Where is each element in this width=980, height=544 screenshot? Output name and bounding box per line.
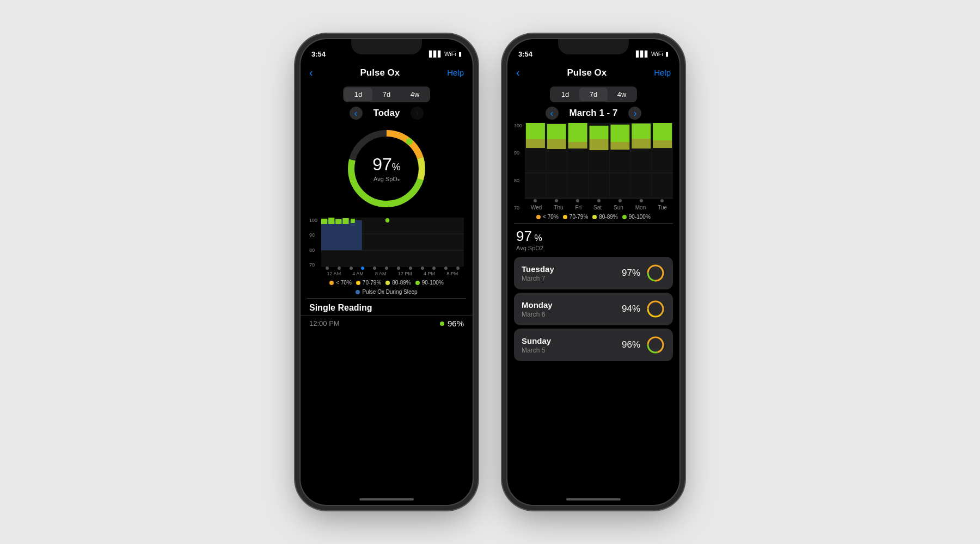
battery-icon: ▮ bbox=[458, 51, 462, 58]
notch-left bbox=[351, 39, 422, 54]
segment-1d-right[interactable]: 1d bbox=[551, 88, 579, 101]
legend-item-lt70: < 70% bbox=[329, 280, 352, 286]
day-pct-sunday: 96% bbox=[622, 339, 640, 350]
back-button-right[interactable]: ‹ bbox=[516, 66, 520, 79]
segment-control-left: 1d 7d 4w bbox=[343, 86, 430, 102]
label-sat: Sat bbox=[593, 205, 602, 211]
dot-tue bbox=[660, 199, 664, 202]
legend-item-sleep: Pulse Ox During Sleep bbox=[356, 289, 417, 295]
page-title-right: Pulse Ox bbox=[567, 67, 607, 78]
date-row-right: ‹ March 1 - 7 › bbox=[507, 107, 679, 120]
help-button-right[interactable]: Help bbox=[654, 68, 671, 77]
day-card-tuesday[interactable]: Tuesday March 7 97% bbox=[514, 257, 673, 289]
dot-fri bbox=[576, 199, 579, 202]
svg-rect-12 bbox=[335, 219, 341, 224]
dot-5 bbox=[385, 267, 388, 270]
svg-rect-11 bbox=[328, 218, 334, 224]
svg-rect-13 bbox=[342, 218, 348, 224]
segment-7d-right[interactable]: 7d bbox=[579, 88, 608, 101]
segment-4w-right[interactable]: 4w bbox=[608, 88, 636, 101]
page-title-left: Pulse Ox bbox=[360, 67, 400, 78]
day-card-monday[interactable]: Monday March 6 94% bbox=[514, 293, 673, 325]
dot-10 bbox=[444, 267, 448, 270]
svg-rect-26 bbox=[526, 123, 545, 139]
home-indicator-left bbox=[359, 498, 414, 500]
back-button-left[interactable]: ‹ bbox=[309, 66, 313, 79]
reading-pct-left: 96% bbox=[448, 319, 464, 328]
status-icons-right: ▋▋▋ WiFi ▮ bbox=[636, 51, 669, 58]
status-time-left: 3:54 bbox=[311, 50, 326, 58]
label-fri: Fri bbox=[575, 205, 581, 211]
legend-r-dot-80-89 bbox=[592, 215, 597, 219]
svg-rect-27 bbox=[526, 139, 545, 148]
day-name-monday: Monday bbox=[522, 300, 553, 310]
phone-right: 3:54 ▋▋▋ WiFi ▮ ‹ Pulse Ox Help 1d 7d 4w… bbox=[506, 38, 681, 506]
legend-r-lt70: < 70% bbox=[536, 214, 559, 220]
x-axis-left: 12 AM 4 AM 8 AM 12 PM 4 PM 8 PM bbox=[321, 271, 464, 276]
donut-label-left: Avg SpO₂ bbox=[372, 176, 401, 183]
next-date-right[interactable]: › bbox=[628, 107, 641, 120]
svg-rect-14 bbox=[351, 219, 354, 223]
help-button-left[interactable]: Help bbox=[447, 68, 464, 77]
day-name-sunday: Sunday bbox=[522, 336, 551, 345]
legend-item-70-79: 70-79% bbox=[356, 280, 381, 286]
dot-wed bbox=[534, 199, 537, 202]
dot-thu bbox=[555, 199, 558, 202]
day-date-monday: March 6 bbox=[522, 311, 553, 318]
donut-container-left: 97% Avg SpO₂ bbox=[301, 125, 473, 212]
label-sun: Sun bbox=[614, 205, 623, 211]
label-wed: Wed bbox=[531, 205, 542, 211]
day-date-sunday: March 5 bbox=[522, 347, 551, 354]
reading-time-left: 12:00 PM bbox=[309, 319, 340, 327]
wifi-icon-right: WiFi bbox=[651, 51, 663, 57]
legend-dot-70-79 bbox=[356, 281, 360, 285]
dot-sun bbox=[618, 199, 622, 202]
weekly-chart-canvas bbox=[525, 123, 673, 199]
legend-sleep-left: Pulse Ox During Sleep bbox=[307, 289, 466, 295]
phone-left: 3:54 ▋▋▋ WiFi ▮ ‹ Pulse Ox Help 1d 7d 4w… bbox=[299, 38, 474, 506]
svg-rect-32 bbox=[590, 126, 609, 139]
legend-item-90-100: 90-100% bbox=[415, 280, 444, 286]
signal-icon: ▋▋▋ bbox=[429, 51, 442, 58]
dot-7 bbox=[409, 267, 412, 270]
next-date-left[interactable]: › bbox=[411, 107, 424, 120]
status-icons-left: ▋▋▋ WiFi ▮ bbox=[429, 51, 462, 58]
svg-rect-28 bbox=[547, 124, 566, 139]
day-card-sunday[interactable]: Sunday March 5 96% bbox=[514, 329, 673, 361]
svg-rect-38 bbox=[653, 123, 672, 140]
y-axis-right: 100 90 80 70 bbox=[514, 123, 522, 211]
label-thu: Thu bbox=[554, 205, 563, 211]
dot-1 bbox=[338, 267, 341, 270]
donut-center-left: 97% Avg SpO₂ bbox=[372, 154, 401, 183]
svg-rect-33 bbox=[590, 139, 609, 150]
svg-rect-31 bbox=[568, 142, 587, 149]
reading-row-left: 12:00 PM 96% bbox=[301, 315, 473, 331]
svg-rect-36 bbox=[632, 123, 651, 139]
legend-dot-sleep bbox=[356, 290, 360, 294]
date-row-left: ‹ Today › bbox=[301, 107, 473, 120]
dot-mon bbox=[640, 199, 643, 202]
prev-date-left[interactable]: ‹ bbox=[350, 107, 363, 120]
stat-label-right: Avg SpO2 bbox=[516, 245, 671, 251]
legend-r-dot-70-79 bbox=[563, 215, 567, 219]
segment-1d-left[interactable]: 1d bbox=[344, 88, 372, 101]
weekly-chart-right: 100 90 80 70 bbox=[514, 123, 673, 211]
dot-9 bbox=[432, 267, 436, 270]
reading-dot-left bbox=[440, 322, 444, 326]
dot-4 bbox=[373, 267, 376, 270]
donut-chart-left: 97% Avg SpO₂ bbox=[343, 125, 430, 212]
svg-rect-29 bbox=[547, 139, 566, 149]
svg-rect-9 bbox=[321, 220, 362, 250]
segment-7d-left[interactable]: 7d bbox=[372, 88, 401, 101]
svg-rect-34 bbox=[610, 125, 629, 142]
donut-value-left: 97% bbox=[372, 154, 401, 175]
segment-4w-left[interactable]: 4w bbox=[401, 88, 429, 101]
svg-rect-37 bbox=[632, 139, 651, 149]
dot-11 bbox=[456, 267, 460, 270]
dot-3 bbox=[361, 267, 364, 270]
prev-date-right[interactable]: ‹ bbox=[546, 107, 559, 120]
y-axis-left: 100 90 80 70 bbox=[309, 218, 317, 268]
date-label-left: Today bbox=[373, 108, 400, 119]
stat-value-right: 97 % bbox=[516, 228, 671, 245]
dots-row-left bbox=[321, 267, 464, 270]
